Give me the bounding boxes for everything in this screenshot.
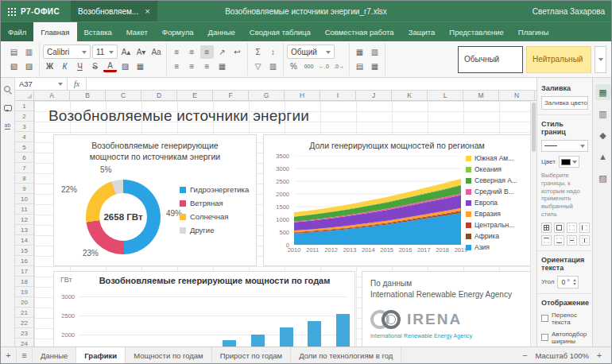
angle-input[interactable]: 0 °	[557, 276, 579, 288]
increase-decimal-icon[interactable]: .0→	[332, 60, 346, 73]
border-outside-button[interactable]	[554, 223, 564, 233]
column-header[interactable]: H	[285, 91, 320, 100]
align-middle-icon[interactable]: ≡	[185, 45, 199, 59]
area-chart[interactable]: Доли генерирующих мощностей по регионам …	[263, 134, 531, 266]
border-all-button[interactable]	[541, 223, 552, 233]
menu-tab[interactable]: Файл	[1, 22, 33, 41]
row-header[interactable]: 12	[15, 215, 33, 225]
italic-button[interactable]: К	[58, 60, 72, 73]
orientation-icon[interactable]: ↗	[215, 45, 229, 59]
user-name[interactable]: Светлана Захарова	[533, 7, 605, 16]
column-header[interactable]: J	[356, 91, 392, 100]
autosum-icon[interactable]: Σ	[251, 45, 265, 59]
wrap-text-icon[interactable]: ↩	[230, 45, 244, 59]
menu-tab[interactable]: Вставка	[77, 22, 119, 41]
menu-tab[interactable]: Представление	[442, 22, 511, 41]
align-bottom-icon[interactable]: ≡	[200, 45, 214, 59]
increase-font-icon[interactable]: A▴	[119, 45, 133, 59]
row-header[interactable]: 18	[15, 277, 33, 287]
spellcheck-icon[interactable]: ab	[5, 122, 11, 130]
row-header[interactable]: 8	[15, 173, 33, 184]
add-sheet-button[interactable]: +	[1, 347, 17, 363]
donut-chart[interactable]: Возобновляемые генерирующие мощности по …	[53, 134, 257, 266]
table-settings-icon[interactable]: ▥	[595, 106, 611, 122]
menu-tab[interactable]: Данные	[201, 22, 242, 41]
styles-gallery-arrow[interactable]	[595, 46, 606, 73]
close-icon[interactable]: ×	[145, 6, 149, 16]
column-header[interactable]: A	[34, 91, 70, 100]
insert-function-icon[interactable]: fx	[68, 78, 87, 90]
row-header[interactable]: 21	[15, 308, 33, 318]
row-header[interactable]: 15	[15, 246, 33, 256]
row-header[interactable]: 16	[15, 256, 33, 266]
sort-icon[interactable]: ↕	[266, 45, 280, 59]
insert-cells-icon[interactable]: ▤	[353, 60, 366, 73]
menu-tab[interactable]: Защита	[401, 22, 443, 41]
fill-color-icon[interactable]: ▨	[118, 60, 132, 73]
cell-style-neutral[interactable]: Нейтральный	[526, 46, 591, 73]
cell-style-normal[interactable]: Обычный	[458, 46, 523, 73]
row-header[interactable]: 22	[15, 318, 33, 328]
comma-style-icon[interactable]: 000	[302, 60, 316, 73]
paste-icon[interactable]: ▤	[7, 45, 21, 59]
align-center-icon[interactable]: ≡	[185, 60, 199, 73]
copy-icon[interactable]: ▥	[22, 45, 36, 59]
sheet-tab[interactable]: Прирост по годам	[212, 347, 291, 363]
spinner-arrows-icon[interactable]	[573, 279, 576, 285]
cell-name-box[interactable]: A37	[15, 78, 68, 90]
chart-settings-icon[interactable]: ▲	[595, 149, 611, 165]
fill-type-select[interactable]: Заливка цветом	[541, 96, 588, 110]
filter-icon[interactable]: ▽	[251, 60, 265, 73]
zoom-level[interactable]: Масштаб 100%	[535, 351, 589, 360]
zoom-out-button[interactable]: −	[519, 350, 530, 360]
formula-input[interactable]	[87, 78, 536, 90]
row-header[interactable]: 6	[15, 153, 33, 163]
column-header[interactable]: F	[213, 91, 249, 100]
menu-tab[interactable]: Совместная работа	[318, 22, 401, 41]
autofit-width-checkbox[interactable]: Автоподбор ширины	[541, 331, 588, 345]
column-header[interactable]: K	[392, 91, 428, 100]
sheet-tab[interactable]: Мощности по годам	[126, 347, 211, 363]
row-header[interactable]: 13	[15, 225, 33, 235]
border-bottom-button[interactable]	[554, 235, 564, 246]
comments-icon[interactable]	[4, 105, 12, 111]
menu-tab[interactable]: Главная	[33, 22, 76, 41]
sheet-list-button[interactable]: ≡	[17, 347, 33, 363]
row-header[interactable]: 7	[15, 163, 33, 173]
sheet-tab[interactable]: Графики	[76, 347, 126, 363]
menu-tab[interactable]: Макет	[119, 22, 155, 41]
conditional-format-icon[interactable]: ▦	[353, 45, 366, 59]
column-header[interactable]: N	[499, 91, 535, 100]
bar-chart[interactable]: 300025002000 ГВт Возобновляемые генериру…	[53, 271, 355, 347]
column-header[interactable]: G	[249, 91, 285, 100]
row-header[interactable]: 14	[15, 235, 33, 246]
row-header[interactable]: 4	[15, 132, 33, 142]
row-header[interactable]: 1	[15, 101, 33, 111]
cut-icon[interactable]: ▧	[7, 60, 21, 73]
column-header[interactable]: L	[428, 91, 463, 100]
percent-style-icon[interactable]: %	[287, 60, 300, 73]
select-all-corner[interactable]	[15, 91, 34, 100]
font-name-select[interactable]: Calibri	[43, 45, 91, 59]
row-header[interactable]: 11	[15, 204, 33, 215]
cell-settings-icon[interactable]: ▦	[595, 84, 611, 100]
column-header[interactable]: M	[463, 91, 499, 100]
vertical-scrollbar[interactable]	[530, 101, 536, 347]
menu-tab[interactable]: Сводная таблица	[242, 22, 318, 41]
sparkline-settings-icon[interactable]: ▨	[595, 170, 611, 186]
wrap-text-checkbox[interactable]: Перенос текста	[541, 312, 588, 326]
align-left-icon[interactable]: ≡	[170, 60, 184, 73]
decrease-decimal-icon[interactable]: ←.0	[317, 60, 331, 73]
row-header[interactable]: 17	[15, 266, 33, 277]
border-color-swatch[interactable]	[559, 156, 579, 168]
row-header[interactable]: 23	[15, 328, 33, 339]
row-header[interactable]: 5	[15, 142, 33, 153]
row-header[interactable]: 10	[15, 194, 33, 204]
row-header[interactable]: 24	[15, 339, 33, 347]
row-header[interactable]: 2	[15, 111, 33, 122]
borders-icon[interactable]: ▦	[134, 60, 147, 73]
zoom-in-button[interactable]: +	[594, 350, 605, 360]
shape-settings-icon[interactable]: ◆	[595, 127, 611, 143]
border-left-button[interactable]	[579, 223, 590, 233]
column-header[interactable]: E	[177, 91, 213, 100]
